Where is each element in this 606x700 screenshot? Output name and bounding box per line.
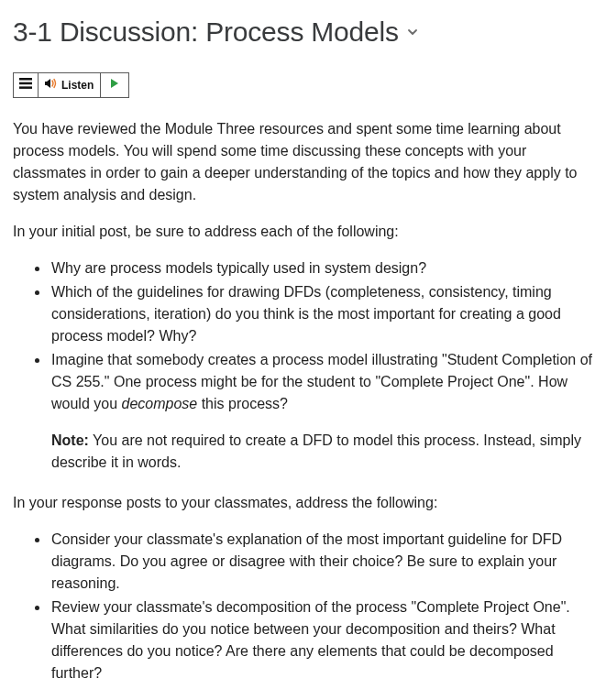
initial-post-list: Why are process models typically used in… [13,257,593,474]
emphasized-word: decompose [122,396,198,411]
list-item: Review your classmate's decomposition of… [50,596,593,684]
note-text: You are not required to create a DFD to … [51,432,581,470]
svg-rect-1 [19,82,32,85]
note-label: Note: [51,432,89,448]
page-title: 3-1 Discussion: Process Models [13,11,399,52]
menu-icon [19,76,32,94]
initial-post-prompt: In your initial post, be sure to address… [13,221,593,243]
list-item: Consider your classmate's explanation of… [50,529,593,595]
response-list: Consider your classmate's explanation of… [13,529,593,684]
list-item: Imagine that somebody creates a process … [50,349,593,474]
play-icon [110,76,119,94]
listen-button[interactable]: Listen [39,73,101,97]
listen-label: Listen [61,77,94,93]
play-button[interactable] [101,73,128,97]
speaker-icon [45,77,58,93]
list-item: Why are process models typically used in… [50,257,593,279]
svg-rect-2 [19,87,32,90]
response-prompt: In your response posts to your classmate… [13,492,593,514]
svg-rect-0 [19,78,32,81]
bullet-text: this process? [197,396,288,411]
intro-paragraph: You have reviewed the Module Three resou… [13,118,593,206]
list-item: Which of the guidelines for drawing DFDs… [50,281,593,347]
menu-button[interactable] [14,73,39,97]
listen-toolbar: Listen [13,72,129,98]
note-paragraph: Note: You are not required to create a D… [51,430,593,474]
chevron-down-icon[interactable] [406,26,419,38]
